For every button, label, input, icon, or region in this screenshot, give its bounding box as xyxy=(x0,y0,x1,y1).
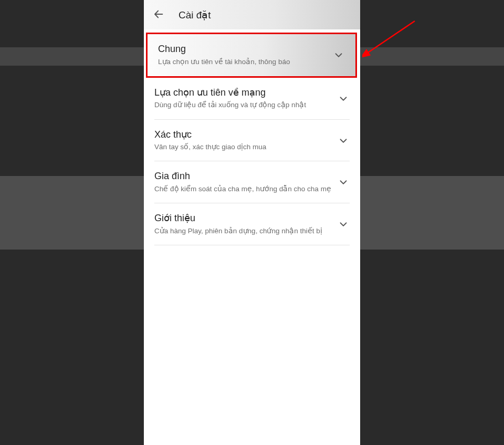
section-title: Giới thiệu xyxy=(154,213,332,224)
chevron-down-icon xyxy=(337,134,350,147)
section-family[interactable]: Gia đình Chế độ kiểm soát của cha mẹ, hư… xyxy=(144,161,360,203)
settings-list: Chung Lựa chọn ưu tiên về tài khoản, thô… xyxy=(144,29,360,445)
section-auth[interactable]: Xác thực Vân tay số, xác thực giao dịch … xyxy=(144,120,360,162)
section-subtitle: Cửa hàng Play, phiên bản dựng, chứng nhậ… xyxy=(154,226,332,236)
section-text: Giới thiệu Cửa hàng Play, phiên bản dựng… xyxy=(154,213,337,236)
app-header: Cài đặt xyxy=(144,0,360,29)
header-title: Cài đặt xyxy=(178,9,211,21)
section-title: Chung xyxy=(158,44,327,55)
back-button[interactable] xyxy=(148,4,169,25)
section-text: Xác thực Vân tay số, xác thực giao dịch … xyxy=(154,129,337,152)
chevron-down-icon xyxy=(337,176,350,189)
chevron-down-icon xyxy=(332,49,345,61)
section-title: Lựa chọn ưu tiên về mạng xyxy=(154,87,332,99)
section-subtitle: Dùng dữ liệu để tải xuống và tự động cập… xyxy=(154,100,332,110)
chevron-down-icon xyxy=(337,218,350,231)
section-subtitle: Chế độ kiểm soát của cha mẹ, hướng dẫn c… xyxy=(154,184,332,194)
section-text: Gia đình Chế độ kiểm soát của cha mẹ, hư… xyxy=(154,171,337,194)
section-subtitle: Vân tay số, xác thực giao dịch mua xyxy=(154,142,332,152)
section-title: Gia đình xyxy=(154,171,332,182)
section-title: Xác thực xyxy=(154,129,332,141)
divider xyxy=(154,245,350,245)
section-text: Lựa chọn ưu tiên về mạng Dùng dữ liệu để… xyxy=(154,87,337,110)
section-text: Chung Lựa chọn ưu tiên về tài khoản, thô… xyxy=(158,44,332,67)
arrow-left-icon xyxy=(153,8,164,22)
section-general[interactable]: Chung Lựa chọn ưu tiên về tài khoản, thô… xyxy=(146,33,357,78)
phone-frame: Cài đặt Chung Lựa chọn ưu tiên về tài kh… xyxy=(144,0,360,445)
chevron-down-icon xyxy=(337,92,350,105)
section-subtitle: Lựa chọn ưu tiên về tài khoản, thông báo xyxy=(158,57,327,67)
section-network[interactable]: Lựa chọn ưu tiên về mạng Dùng dữ liệu để… xyxy=(144,78,360,120)
section-about[interactable]: Giới thiệu Cửa hàng Play, phiên bản dựng… xyxy=(144,203,360,245)
